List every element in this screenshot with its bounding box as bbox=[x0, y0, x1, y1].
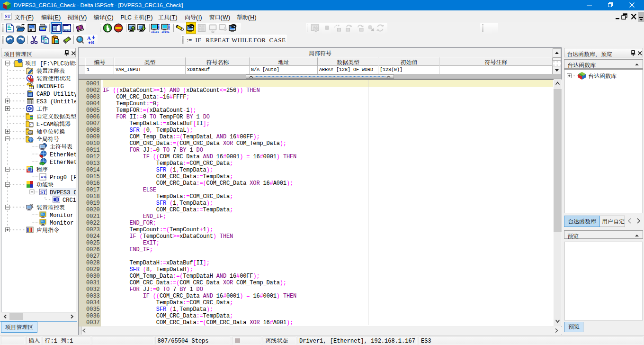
svg-text:B: B bbox=[91, 40, 94, 45]
svg-text:A: A bbox=[87, 36, 91, 41]
svg-text:«»: «» bbox=[41, 174, 47, 180]
svg-text:ST: ST bbox=[40, 190, 46, 195]
svg-text:10101: 10101 bbox=[151, 30, 159, 33]
svg-text:10101: 10101 bbox=[161, 30, 170, 33]
